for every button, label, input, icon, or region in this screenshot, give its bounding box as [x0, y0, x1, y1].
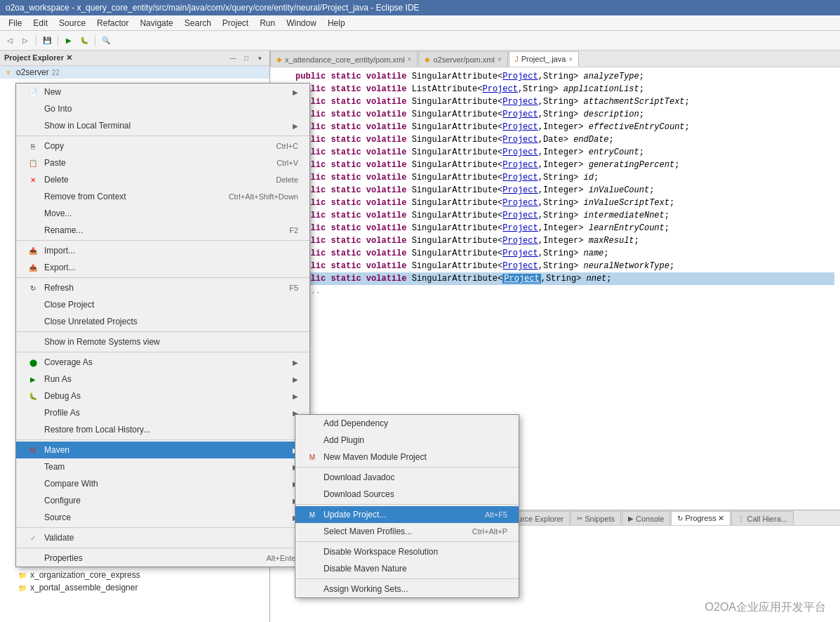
maven-assign-working-sets[interactable]: Assign Working Sets...	[295, 581, 519, 597]
maven-select-profiles[interactable]: Select Maven Profiles... Ctrl+Alt+P	[295, 523, 519, 540]
disable-workspace-icon	[307, 546, 318, 557]
ctx-close-unrelated[interactable]: Close Unrelated Projects	[16, 313, 309, 330]
refresh-icon: ↻	[27, 282, 39, 293]
minimize-btn[interactable]: —	[227, 53, 239, 64]
ctx-delete[interactable]: ✕ Delete Delete	[16, 171, 309, 188]
ctx-go-into[interactable]: Go Into	[16, 100, 309, 117]
maximize-btn[interactable]: □	[241, 53, 252, 64]
move-icon	[27, 208, 39, 219]
rename-icon	[27, 225, 39, 236]
ctx-maven[interactable]: M Maven ▶	[16, 442, 309, 458]
toolbar-back[interactable]: ◁	[3, 34, 17, 48]
tree-item-o2server[interactable]: ▼ o2server 22	[0, 66, 269, 79]
menu-refactor[interactable]: Refactor	[91, 17, 134, 29]
bottom-tab-snippets[interactable]: ✂ Snippets	[571, 511, 621, 525]
menu-window[interactable]: Window	[281, 17, 322, 29]
ctx-label-move: Move...	[44, 209, 72, 218]
ctx-team[interactable]: Team ▶	[16, 458, 309, 475]
ctx-shortcut-delete: Delete	[276, 176, 298, 184]
ctx-label-import: Import...	[44, 246, 75, 256]
tab-close-1[interactable]: ×	[408, 55, 412, 63]
ctx-move[interactable]: Move...	[16, 205, 309, 222]
ctx-properties[interactable]: Properties Alt+Enter	[16, 550, 309, 567]
maven-dl-javadoc[interactable]: Download Javadoc	[295, 469, 519, 486]
ctx-shortcut-remove: Ctrl+Alt+Shift+Down	[229, 192, 298, 201]
toolbar-run[interactable]: ▶	[62, 34, 76, 48]
menu-file[interactable]: File	[3, 17, 27, 29]
ctx-remove-context[interactable]: Remove from Context Ctrl+Alt+Shift+Down	[16, 188, 309, 205]
ctx-show-terminal[interactable]: Show in Local Terminal ▶	[16, 117, 309, 134]
bottom-tab-console[interactable]: ▶ Console	[622, 511, 670, 525]
maven-label-disable-workspace: Disable Workspace Resolution	[324, 547, 438, 557]
tab-close-3[interactable]: ×	[568, 55, 573, 63]
ctx-new[interactable]: 📄 New ▶	[16, 84, 309, 100]
maven-new-module[interactable]: M New Maven Module Project	[295, 449, 519, 465]
go-into-icon	[27, 103, 39, 114]
ctx-label-validate: Validate	[44, 533, 74, 543]
ctx-label-copy: Copy	[44, 141, 64, 151]
code-line-2: public static volatile ListAttribute<Pro…	[276, 83, 834, 95]
ctx-coverage-as[interactable]: ⬤ Coverage As ▶	[16, 354, 309, 371]
close-panel-btn[interactable]: ▾	[254, 53, 265, 64]
folder-icon: ▼	[3, 67, 14, 78]
ctx-refresh[interactable]: ↻ Refresh F5	[16, 279, 309, 296]
menu-source[interactable]: Source	[53, 17, 91, 29]
menu-search[interactable]: Search	[179, 17, 217, 29]
ctx-close-project[interactable]: Close Project	[16, 296, 309, 313]
ctx-export[interactable]: 📤 Export...	[16, 259, 309, 276]
menu-project[interactable]: Project	[217, 17, 254, 29]
ctx-sep-1	[16, 135, 309, 136]
maven-sep-1	[295, 467, 519, 468]
maven-add-plugin[interactable]: Add Plugin	[295, 432, 519, 449]
tab-project-java[interactable]: J Project_.java ×	[509, 51, 579, 67]
bottom-tab-label-progress: Progress ✕	[685, 514, 724, 523]
ctx-rename[interactable]: Rename... F2	[16, 222, 309, 239]
ctx-run-as[interactable]: ▶ Run As ▶	[16, 371, 309, 388]
close-project-icon	[27, 299, 39, 310]
menu-edit[interactable]: Edit	[27, 17, 53, 29]
menu-run[interactable]: Run	[254, 17, 281, 29]
team-icon	[27, 461, 39, 472]
toolbar-search[interactable]: 🔍	[99, 34, 113, 48]
maven-dl-sources[interactable]: Download Sources	[295, 486, 519, 503]
ctx-debug-as[interactable]: 🐛 Debug As ▶	[16, 388, 309, 404]
menu-help[interactable]: Help	[322, 17, 351, 29]
code-editor: public static volatile SingularAttribute…	[270, 67, 840, 300]
ctx-label-rename: Rename...	[44, 225, 83, 235]
toolbar-debug[interactable]: 🐛	[77, 34, 91, 48]
validate-icon: ✓	[27, 532, 39, 543]
ctx-label-debug-as: Debug As	[44, 391, 81, 401]
maven-add-dependency[interactable]: Add Dependency	[295, 415, 519, 432]
bottom-tab-callhier[interactable]: ⋮ Call Hiera...	[731, 511, 793, 525]
maven-label-update: Update Project...	[324, 510, 386, 520]
bottom-tab-progress[interactable]: ↻ Progress ✕	[671, 511, 731, 525]
maven-disable-workspace[interactable]: Disable Workspace Resolution	[295, 543, 519, 560]
ctx-label-compare: Compare With	[44, 479, 98, 489]
ctx-compare-with[interactable]: Compare With ▶	[16, 475, 309, 492]
maven-disable-nature[interactable]: Disable Maven Nature	[295, 560, 519, 577]
tab-attendance-pom[interactable]: ◆ x_attendance_core_entity/pom.xml ×	[270, 51, 418, 67]
tree-item-org-core-express[interactable]: 📁 x_organization_core_express	[0, 569, 269, 581]
ctx-restore-history[interactable]: Restore from Local History...	[16, 421, 309, 438]
ctx-profile-as[interactable]: Profile As ▶	[16, 404, 309, 421]
maven-update-project[interactable]: M Update Project... Alt+F5	[295, 506, 519, 523]
toolbar-save[interactable]: 💾	[40, 34, 54, 48]
maven-label-assign-ws: Assign Working Sets...	[324, 584, 408, 594]
ctx-configure[interactable]: Configure ▶	[16, 492, 309, 509]
menu-navigate[interactable]: Navigate	[134, 17, 178, 29]
ctx-validate[interactable]: ✓ Validate	[16, 529, 309, 546]
ctx-copy[interactable]: ⎘ Copy Ctrl+C	[16, 138, 309, 154]
ctx-show-remote[interactable]: Show in Remote Systems view	[16, 333, 309, 350]
ctx-import[interactable]: 📥 Import...	[16, 242, 309, 259]
ctx-paste[interactable]: 📋 Paste Ctrl+V	[16, 154, 309, 171]
ctx-source[interactable]: Source ▶	[16, 509, 309, 526]
xml-icon-2: ◆	[425, 55, 430, 63]
ctx-label-source: Source	[44, 512, 71, 522]
toolbar-forward[interactable]: ▷	[18, 34, 32, 48]
maven-label-disable-nature: Disable Maven Nature	[324, 564, 407, 574]
code-line-18: ...	[276, 285, 834, 298]
tree-item-portal-designer[interactable]: 📁 x_portal_assemble_designer	[0, 581, 269, 594]
ctx-label-properties: Properties	[44, 553, 83, 563]
tab-o2server-pom[interactable]: ◆ o2server/pom.xml ×	[418, 51, 507, 67]
tab-close-2[interactable]: ×	[498, 55, 502, 63]
